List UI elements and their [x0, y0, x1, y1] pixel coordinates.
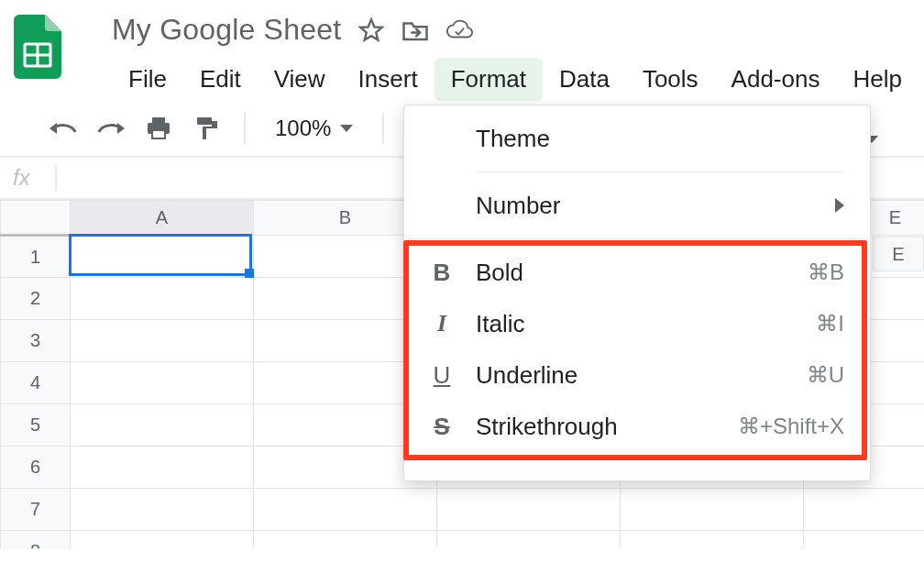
cell[interactable] [437, 531, 621, 549]
cell[interactable] [437, 489, 621, 531]
menu-view[interactable]: View [258, 58, 342, 101]
menu-item-label: Bold [476, 259, 808, 287]
cell[interactable] [804, 489, 925, 531]
menu-item-shortcut: ⌘+Shift+X [738, 414, 844, 439]
cell[interactable] [621, 531, 804, 549]
menu-item-strikethrough[interactable]: SStrikethrough⌘+Shift+X [404, 401, 870, 452]
submenu-arrow-icon [835, 198, 844, 213]
bold-icon: B [428, 259, 456, 286]
toolbar-separator [244, 113, 246, 144]
menu-item-label: Italic [476, 310, 816, 338]
print-button[interactable] [141, 111, 176, 146]
column-header[interactable]: E [873, 237, 924, 271]
menu-edit[interactable]: Edit [183, 58, 258, 101]
svg-marker-4 [50, 123, 57, 134]
row-header[interactable]: 3 [1, 320, 71, 362]
sheets-logo[interactable] [9, 9, 66, 84]
menu-bar: FileEditViewInsertFormatDataToolsAdd-ons… [66, 58, 918, 101]
redo-button[interactable] [94, 111, 128, 146]
cell[interactable] [71, 362, 254, 404]
menu-item-italic[interactable]: IItalic⌘I [404, 298, 870, 349]
cell[interactable] [71, 404, 254, 447]
cell[interactable] [71, 236, 254, 278]
menu-item-shortcut: ⌘B [808, 259, 844, 285]
toolbar-separator [382, 113, 384, 144]
row-header[interactable]: 2 [1, 278, 71, 320]
cell[interactable] [71, 489, 254, 531]
strike-icon: S [428, 413, 456, 440]
row-header[interactable]: 4 [1, 362, 71, 404]
menu-help[interactable]: Help [836, 58, 918, 101]
menu-item-label: Strikethrough [476, 413, 738, 441]
menu-item-number[interactable]: Number [404, 180, 870, 231]
cell[interactable] [71, 531, 254, 549]
cell[interactable] [621, 489, 804, 531]
menu-item-label: Number [476, 192, 835, 220]
cell[interactable] [71, 447, 254, 489]
row-header[interactable]: 7 [1, 489, 71, 531]
menu-item-label: Underline [476, 361, 807, 390]
document-title[interactable]: My Google Sheet [112, 13, 341, 47]
menu-separator [476, 171, 844, 172]
menu-separator [476, 459, 844, 460]
star-icon[interactable] [358, 17, 385, 44]
underline-icon: U [428, 361, 456, 389]
undo-button[interactable] [46, 111, 81, 146]
row-header[interactable]: 8 [1, 531, 71, 549]
menu-item-bold[interactable]: BBold⌘B [404, 247, 870, 298]
formula-bar-separator [55, 165, 57, 191]
zoom-value: 100% [275, 116, 331, 141]
move-folder-icon[interactable] [402, 17, 429, 44]
svg-marker-3 [361, 19, 382, 39]
svg-rect-6 [152, 117, 165, 123]
menu-add-ons[interactable]: Add-ons [715, 58, 837, 101]
menu-tools[interactable]: Tools [626, 58, 715, 101]
menu-file[interactable]: File [112, 58, 183, 101]
row-header[interactable]: 5 [1, 404, 71, 447]
menu-item-shortcut: ⌘U [807, 362, 844, 388]
select-all-corner[interactable] [1, 201, 71, 236]
menu-item-shortcut: ⌘I [816, 311, 844, 337]
svg-rect-9 [197, 117, 212, 125]
menu-data[interactable]: Data [543, 58, 626, 101]
menu-item-underline[interactable]: UUnderline⌘U [404, 349, 870, 401]
column-header[interactable]: A [71, 201, 254, 236]
cell[interactable] [71, 278, 254, 320]
cell[interactable] [71, 320, 254, 362]
menu-separator [410, 238, 864, 239]
row-header[interactable]: 1 [1, 236, 71, 278]
menu-item-label: Theme [476, 125, 844, 153]
svg-rect-8 [152, 130, 165, 138]
cell[interactable] [254, 489, 437, 531]
format-menu-dropdown: ThemeNumberBBold⌘BIItalic⌘IUUnderline⌘US… [403, 105, 871, 481]
italic-icon: I [428, 310, 456, 337]
fx-label: fx [13, 165, 50, 191]
number-icon [428, 192, 456, 219]
theme-icon [428, 125, 456, 152]
menu-format[interactable]: Format [434, 58, 543, 101]
caret-down-icon [340, 125, 353, 132]
row-header[interactable]: 6 [1, 447, 71, 489]
menu-insert[interactable]: Insert [342, 58, 434, 101]
cell[interactable] [254, 531, 437, 549]
zoom-dropdown[interactable]: 100% [266, 110, 362, 147]
paint-format-button[interactable] [189, 111, 224, 146]
cloud-status-icon[interactable] [446, 17, 473, 44]
menu-item-theme[interactable]: Theme [404, 113, 870, 164]
cell[interactable] [804, 531, 925, 549]
column-header-label: E [892, 244, 904, 265]
svg-marker-5 [117, 123, 125, 134]
